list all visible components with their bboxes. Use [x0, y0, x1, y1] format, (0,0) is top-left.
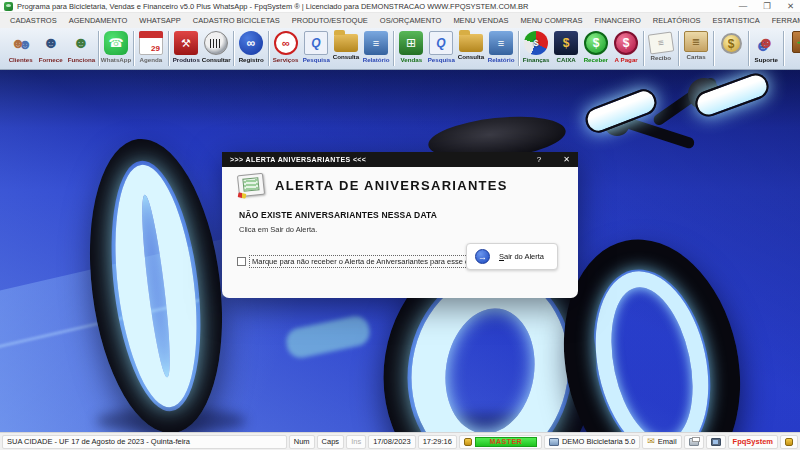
- alert-dialog-titlebar[interactable]: >>> ALERTA ANIVERSARIANTES <<< ? ✕: [222, 152, 578, 167]
- status-printer-button[interactable]: [684, 435, 704, 449]
- menu-item[interactable]: CADASTROS: [4, 16, 63, 25]
- report-folder-icon: ≡: [489, 31, 513, 55]
- support-agent-icon: ☻: [754, 31, 778, 55]
- status-bar: SUA CIDADE - UF 17 de Agosto de 2023 - Q…: [0, 432, 800, 450]
- toolbar-button-registro[interactable]: ∞ Registro: [236, 29, 266, 68]
- toolbar-button-suporte[interactable]: ☻ Suporte: [751, 29, 781, 68]
- toolbar-button-fornece[interactable]: ☻ Fornece: [36, 29, 66, 68]
- letters-scroll-icon: ≣: [684, 31, 708, 52]
- dialog-help-button[interactable]: ?: [537, 155, 541, 164]
- menu-item[interactable]: FINANCEIRO: [588, 16, 646, 25]
- exit-alert-button[interactable]: → Sair do Alerta: [466, 243, 558, 270]
- menu-item[interactable]: MENU VENDAS: [447, 16, 514, 25]
- brand-label: FpqSystem: [733, 437, 773, 446]
- toolbar-button-caixa[interactable]: $ CAIXA: [551, 29, 581, 68]
- window-titlebar: Programa para Bicicletaria, Vendas e Fin…: [0, 0, 800, 13]
- window-title: Programa para Bicicletaria, Vendas e Fin…: [17, 2, 528, 11]
- logged-user-badge: MASTER: [475, 437, 537, 447]
- status-network-button[interactable]: [706, 435, 726, 449]
- status-time: 17:29:16: [418, 435, 457, 449]
- minimize-button[interactable]: —: [739, 0, 748, 13]
- receive-coin-icon: $: [584, 31, 608, 55]
- dialog-close-button[interactable]: ✕: [563, 155, 570, 164]
- menu-item[interactable]: OS/ORÇAMENTO: [374, 16, 448, 25]
- exit-alert-button-label: Sair do Alerta: [499, 252, 544, 261]
- supplier-icon: ☻: [39, 31, 63, 55]
- status-system-panel: DEMO Bicicletaria 5.0: [544, 435, 640, 449]
- toolbar-button-sair[interactable]: ➜: [786, 29, 800, 68]
- monitor-icon: [549, 438, 559, 446]
- alert-dialog-title: >>> ALERTA ANIVERSARIANTES <<<: [230, 156, 366, 163]
- folder-icon: [334, 34, 358, 52]
- menu-item[interactable]: PRODUTO/ESTOQUE: [286, 16, 374, 25]
- toolbar-button-receber[interactable]: $ Receber: [581, 29, 611, 68]
- maximize-button[interactable]: ❐: [763, 0, 771, 13]
- status-date: 17/08/2023: [368, 435, 416, 449]
- toolbar-button-financas[interactable]: $ Finanças: [521, 29, 551, 68]
- suppress-alert-label[interactable]: Marque para não receber o Alerta de Aniv…: [250, 256, 477, 267]
- cash-register-icon: $: [554, 31, 578, 55]
- toolbar-button-pesquisa-vendas[interactable]: Q Pesquisa: [426, 29, 456, 68]
- dialog-message: NÃO EXISTE ANIVERSARIANTES NESSA DATA: [239, 210, 437, 220]
- menu-item[interactable]: FERRAMENTAS: [766, 16, 800, 25]
- clients-icon: ☻: [6, 31, 30, 55]
- main-toolbar: ☻ Clientes ☻ Fornece ☻ Funciona ☎ WhatsA…: [0, 28, 800, 70]
- menu-item[interactable]: ESTATISTICA: [707, 16, 766, 25]
- toolbar-button-relatorio-vendas[interactable]: ≡ Relatório: [486, 29, 516, 68]
- pay-coin-icon: $: [614, 31, 638, 55]
- folder-icon: [459, 34, 483, 52]
- envelope-icon: ✉: [647, 437, 655, 446]
- bike-service-icon: ∞: [274, 31, 298, 55]
- toolbar-button-vendas[interactable]: ⊞ Vendas: [396, 29, 426, 68]
- menu-item[interactable]: AGENDAMENTO: [63, 16, 134, 25]
- menu-item[interactable]: CADASTRO BICICLETAS: [187, 16, 286, 25]
- birthday-calendar-icon: [237, 173, 265, 198]
- toolbar-button-consultar[interactable]: Consultar: [201, 29, 231, 68]
- dialog-instruction: Clica em Sair do Alerta.: [239, 225, 317, 234]
- menu-item[interactable]: MENU COMPRAS: [514, 16, 588, 25]
- status-brand-button[interactable]: FpqSystem: [728, 435, 778, 449]
- toolbar-button-funciona[interactable]: ☻ Funciona: [66, 29, 96, 68]
- search-documents-icon: Q: [429, 31, 453, 55]
- suppress-alert-checkbox[interactable]: [237, 257, 246, 266]
- toolbox-icon: ⚒: [174, 31, 198, 55]
- network-computer-icon: [711, 438, 721, 446]
- key-icon: [464, 438, 472, 446]
- toolbar-button-whatsapp[interactable]: ☎ WhatsApp: [101, 29, 131, 68]
- toolbar-button-a-pagar[interactable]: $ A Pagar: [611, 29, 641, 68]
- search-documents-icon: Q: [304, 31, 328, 55]
- toolbar-button-clientes[interactable]: ☻ Clientes: [6, 29, 36, 68]
- printer-icon: [689, 438, 699, 446]
- toolbar-button-consulta-os[interactable]: Consulta: [331, 29, 361, 68]
- finance-pie-icon: $: [524, 31, 548, 55]
- close-button[interactable]: ✕: [787, 0, 794, 13]
- toolbar-button-produtos[interactable]: ⚒ Produtos: [171, 29, 201, 68]
- toolbar-button-pesquisa-os[interactable]: Q Pesquisa: [301, 29, 331, 68]
- menu-bar: CADASTROS AGENDAMENTO WHATSAPP CADASTRO …: [0, 13, 800, 28]
- menu-item[interactable]: WHATSAPP: [133, 16, 187, 25]
- whatsapp-icon: ☎: [104, 31, 128, 55]
- system-name: DEMO Bicicletaria 5.0: [562, 437, 635, 446]
- status-caps-lock: Caps: [317, 435, 345, 449]
- suppress-alert-option: Marque para não receber o Alerta de Aniv…: [237, 256, 477, 267]
- toolbar-button-consulta-vendas[interactable]: Consulta: [456, 29, 486, 68]
- toolbar-button-moeda[interactable]: $: [716, 29, 746, 68]
- coin-icon: $: [721, 33, 742, 54]
- status-location: SUA CIDADE - UF 17 de Agosto de 2023 - Q…: [2, 435, 287, 449]
- alert-dialog-body: ALERTA DE ANIVERSARIANTES NÃO EXISTE ANI…: [222, 167, 578, 298]
- bike-registration-icon: ∞: [239, 31, 263, 55]
- desktop-background: >>> ALERTA ANIVERSARIANTES <<< ? ✕ ALERT…: [0, 70, 800, 432]
- toolbar-button-relatorio-os[interactable]: ≡ Relatório: [361, 29, 391, 68]
- report-folder-icon: ≡: [364, 31, 388, 55]
- status-email-button[interactable]: ✉ Email: [642, 435, 681, 449]
- status-num-lock: Num: [289, 435, 315, 449]
- email-label: Email: [658, 437, 677, 446]
- status-lock-button[interactable]: [780, 435, 798, 449]
- exit-door-icon: ➜: [792, 31, 800, 53]
- rear-wheel-neon-ring: [580, 261, 725, 432]
- toolbar-button-servicos[interactable]: ∞ Serviços: [271, 29, 301, 68]
- toolbar-button-recibo[interactable]: ≡ Recibo: [646, 29, 676, 68]
- menu-item[interactable]: RELATÓRIOS: [647, 16, 707, 25]
- toolbar-button-cartas[interactable]: ≣ Cartas: [681, 29, 711, 68]
- toolbar-button-agenda[interactable]: 29 Agenda: [136, 29, 166, 68]
